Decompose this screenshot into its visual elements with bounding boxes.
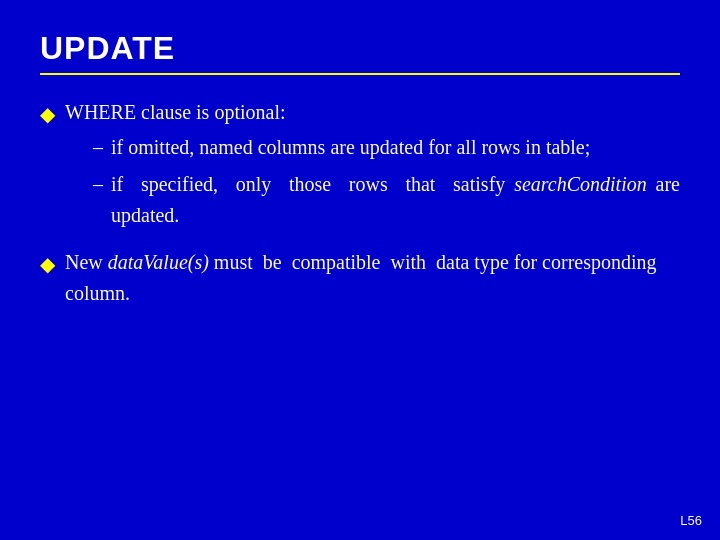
slide-title: UPDATE: [40, 30, 680, 67]
data-value-italic: dataValue(s): [108, 251, 209, 273]
search-condition-italic: searchCondition: [514, 173, 647, 195]
bullet-1-text: WHERE clause is optional: – if omitted, …: [65, 97, 680, 237]
sub-bullet-1a: – if omitted, named columns are updated …: [93, 132, 680, 163]
title-divider: [40, 73, 680, 75]
diamond-icon-1: ◆: [40, 99, 55, 130]
slide-number: L56: [680, 513, 702, 528]
dash-1a: –: [93, 132, 103, 163]
dash-1b: –: [93, 169, 103, 200]
sub-bullet-1a-text: if omitted, named columns are updated fo…: [111, 132, 680, 163]
content-area: ◆ WHERE clause is optional: – if omitted…: [40, 97, 680, 309]
title-section: UPDATE: [40, 30, 680, 75]
bullet-2: ◆ New dataValue(s) must be compatible wi…: [40, 247, 680, 309]
bullet-1-label: WHERE clause is optional:: [65, 101, 286, 123]
sub-bullet-1b-text: if specified, only those rows that satis…: [111, 169, 680, 231]
bullet-2-label: New dataValue(s) must be compatible with…: [65, 251, 657, 304]
slide: UPDATE ◆ WHERE clause is optional: – if …: [0, 0, 720, 540]
diamond-icon-2: ◆: [40, 249, 55, 280]
bullet-1: ◆ WHERE clause is optional: – if omitted…: [40, 97, 680, 237]
sub-bullet-1b: – if specified, only those rows that sat…: [93, 169, 680, 231]
sub-bullets-1: – if omitted, named columns are updated …: [93, 132, 680, 231]
bullet-2-text: New dataValue(s) must be compatible with…: [65, 247, 680, 309]
